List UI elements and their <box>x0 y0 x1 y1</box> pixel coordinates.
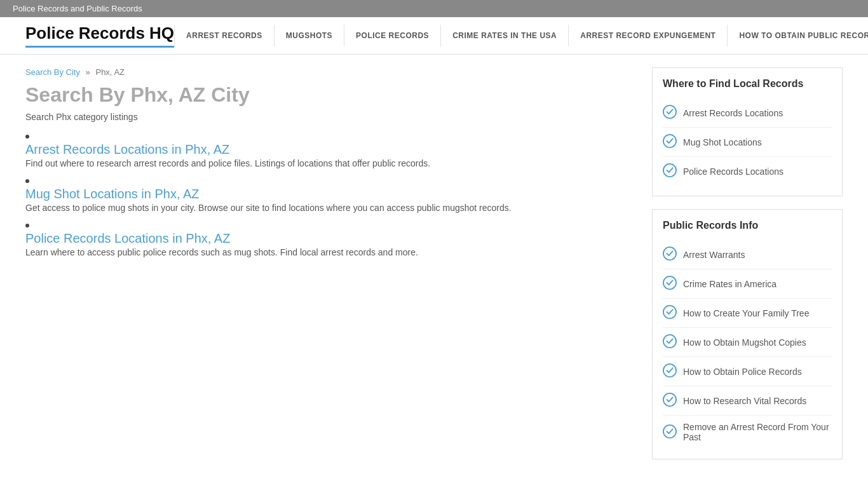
header: Police Records HQ ARREST RECORDSMUGSHOTS… <box>0 17 868 55</box>
public-info-box: Public Records Info Arrest WarrantsCrime… <box>652 209 843 459</box>
check-icon <box>663 276 677 292</box>
sidebar-link-label: How to Obtain Mugshot Copies <box>683 337 806 348</box>
sidebar-public-link[interactable]: Remove an Arrest Record From Your Past <box>663 416 832 449</box>
breadcrumb: Search By City » Phx, AZ <box>25 67 627 77</box>
public-info-title: Public Records Info <box>663 220 832 231</box>
sidebar-public-link[interactable]: Crime Rates in America <box>663 269 832 299</box>
content-area: Search By City » Phx, AZ Search By Phx, … <box>25 67 627 472</box>
check-icon <box>663 134 677 150</box>
svg-point-8 <box>663 393 676 406</box>
svg-point-5 <box>663 306 676 318</box>
section-title-police-records[interactable]: Police Records Locations in Phx, AZ <box>25 231 230 245</box>
sidebar-local-link[interactable]: Mug Shot Locations <box>663 128 832 157</box>
sidebar-link-label: Crime Rates in America <box>683 279 776 289</box>
nav-item-crime-rates[interactable]: CRIME RATES IN THE USA <box>441 25 569 46</box>
check-icon <box>663 424 677 440</box>
site-logo[interactable]: Police Records HQ <box>25 24 174 48</box>
local-records-box: Where to Find Local Records Arrest Recor… <box>652 67 843 196</box>
check-icon <box>663 363 677 379</box>
sidebar-link-label: Arrest Records Locations <box>683 108 783 118</box>
sidebar-link-label: How to Obtain Police Records <box>683 367 802 377</box>
page-subtitle: Search Phx category listings <box>25 112 627 122</box>
check-icon <box>663 334 677 350</box>
top-bar-label: Police Records and Public Records <box>13 4 142 13</box>
svg-point-6 <box>663 335 676 348</box>
sidebar-link-label: Remove an Arrest Record From Your Past <box>683 422 832 442</box>
section-desc-police-records: Learn where to access public police reco… <box>25 246 627 259</box>
nav-item-how-to[interactable]: HOW TO OBTAIN PUBLIC RECORDS <box>728 25 868 46</box>
svg-point-4 <box>663 276 676 289</box>
main-nav: ARREST RECORDSMUGSHOTSPOLICE RECORDSCRIM… <box>174 25 868 46</box>
sidebar-link-label: How to Research Vital Records <box>683 396 806 406</box>
sidebar-public-link[interactable]: Arrest Warrants <box>663 240 832 269</box>
svg-point-2 <box>663 164 676 177</box>
sidebar-link-label: Arrest Warrants <box>683 250 745 260</box>
section-desc-arrest-records: Find out where to research arrest record… <box>25 157 627 170</box>
check-icon <box>663 247 677 262</box>
nav-item-mugshots[interactable]: MUGSHOTS <box>275 25 344 46</box>
check-icon <box>663 163 677 179</box>
svg-point-1 <box>663 135 676 147</box>
top-bar: Police Records and Public Records <box>0 0 868 17</box>
nav-item-expungement[interactable]: ARREST RECORD EXPUNGEMENT <box>569 25 728 46</box>
check-icon <box>663 105 677 121</box>
local-records-title: Where to Find Local Records <box>663 78 832 90</box>
sidebar-public-link[interactable]: How to Research Vital Records <box>663 386 832 416</box>
sidebar-link-label: How to Create Your Family Tree <box>683 308 809 318</box>
svg-point-9 <box>663 424 676 437</box>
check-icon <box>663 305 677 321</box>
section-title-arrest-records[interactable]: Arrest Records Locations in Phx, AZ <box>25 142 229 156</box>
breadcrumb-current: Phx, AZ <box>95 67 125 77</box>
section-title-mug-shots[interactable]: Mug Shot Locations in Phx, AZ <box>25 187 200 201</box>
nav-item-arrest-records[interactable]: ARREST RECORDS <box>174 25 275 46</box>
breadcrumb-home[interactable]: Search By City <box>25 67 80 77</box>
sidebar: Where to Find Local Records Arrest Recor… <box>652 67 843 472</box>
check-icon <box>663 393 677 409</box>
sidebar-public-link[interactable]: How to Obtain Mugshot Copies <box>663 328 832 357</box>
breadcrumb-separator: » <box>86 67 90 77</box>
nav-item-police-records[interactable]: POLICE RECORDS <box>344 25 441 46</box>
main-container: Search By City » Phx, AZ Search By Phx, … <box>0 55 868 485</box>
sidebar-public-link[interactable]: How to Create Your Family Tree <box>663 299 832 328</box>
sidebar-link-label: Police Records Locations <box>683 166 783 177</box>
sections-container: Arrest Records Locations in Phx, AZFind … <box>25 135 627 259</box>
sidebar-link-label: Mug Shot Locations <box>683 137 762 147</box>
local-records-links: Arrest Records LocationsMug Shot Locatio… <box>663 98 832 186</box>
public-info-links: Arrest WarrantsCrime Rates in AmericaHow… <box>663 240 832 449</box>
sidebar-public-link[interactable]: How to Obtain Police Records <box>663 357 832 386</box>
sidebar-local-link[interactable]: Arrest Records Locations <box>663 98 832 128</box>
section-desc-mug-shots: Get access to police mug shots in your c… <box>25 201 627 215</box>
page-title: Search By Phx, AZ City <box>25 83 627 107</box>
svg-point-0 <box>663 105 676 118</box>
svg-point-3 <box>663 247 676 260</box>
sidebar-local-link[interactable]: Police Records Locations <box>663 157 832 186</box>
svg-point-7 <box>663 364 676 377</box>
